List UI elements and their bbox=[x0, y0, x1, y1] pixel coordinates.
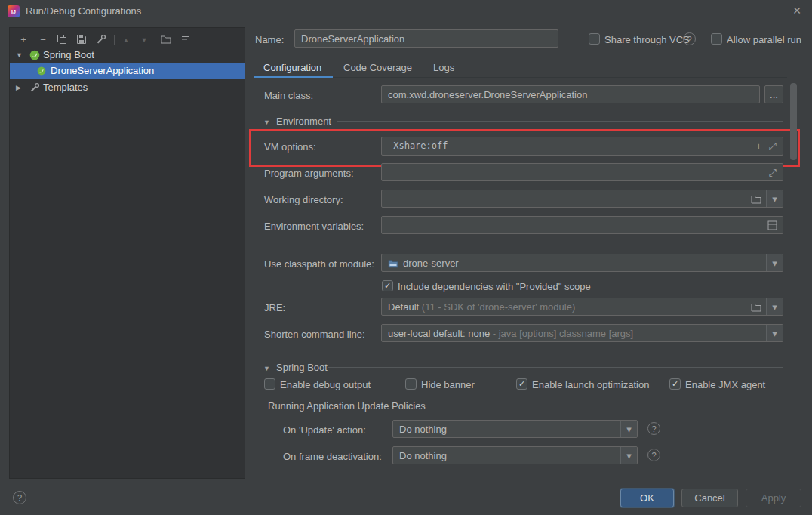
jre-hint: (11 - SDK of 'drone-server' module) bbox=[422, 301, 575, 313]
shorten-command-line-combobox[interactable]: user-local default: none - java [options… bbox=[381, 324, 783, 342]
folder-icon[interactable] bbox=[751, 302, 761, 312]
remove-configuration-button[interactable]: − bbox=[37, 34, 49, 46]
vm-options-label: VM options: bbox=[264, 141, 316, 153]
tree-item-label: DroneServerApplication bbox=[51, 65, 154, 76]
copy-configuration-icon[interactable] bbox=[57, 34, 69, 46]
sort-configurations-icon[interactable] bbox=[180, 34, 192, 46]
vm-options-input[interactable]: -Xshare:off + ⤢ bbox=[381, 137, 783, 156]
run-debug-configurations-dialog: IJ Run/Debug Configurations ✕ + − ▲ ▼ ▼ bbox=[0, 0, 812, 515]
spring-boot-section-label[interactable]: Spring Boot bbox=[276, 362, 328, 373]
tab-configuration[interactable]: Configuration bbox=[263, 62, 321, 73]
tabs-separator-line bbox=[254, 77, 787, 78]
classpath-module-label: Use classpath of module: bbox=[264, 258, 374, 270]
share-through-vcs-label: Share through VCS bbox=[604, 34, 690, 45]
share-through-vcs-checkbox[interactable]: ✓ bbox=[589, 33, 600, 45]
jre-combobox[interactable]: Default (11 - SDK of 'drone-server' modu… bbox=[381, 298, 783, 316]
tree-item-templates[interactable]: ▶ Templates bbox=[10, 80, 245, 95]
chevron-down-icon: ▾ bbox=[772, 258, 777, 269]
name-input[interactable]: DroneServerApplication bbox=[294, 29, 558, 48]
apply-button[interactable]: Apply bbox=[746, 489, 801, 507]
on-frame-deactivation-combobox[interactable]: Do nothing ▾ bbox=[392, 446, 638, 464]
provided-scope-checkbox[interactable]: ✓ bbox=[382, 280, 393, 291]
working-directory-label: Working directory: bbox=[264, 194, 343, 205]
help-glyph: ? bbox=[651, 424, 656, 433]
on-update-help-icon[interactable]: ? bbox=[647, 422, 660, 435]
expand-editor-icon[interactable]: ⤢ bbox=[769, 167, 777, 179]
move-down-icon[interactable]: ▼ bbox=[138, 34, 150, 46]
working-directory-dropdown-arrow[interactable]: ▾ bbox=[766, 190, 783, 207]
spring-boot-icon bbox=[29, 50, 40, 60]
tree-item-label: Spring Boot bbox=[43, 49, 94, 60]
share-vcs-help-icon[interactable]: ? bbox=[683, 32, 696, 45]
tree-item-spring-boot[interactable]: ▼ Spring Boot bbox=[10, 48, 245, 63]
classpath-module-value: drone-server bbox=[403, 258, 459, 269]
main-class-input[interactable]: com.xwd.droneserver.DroneServerApplicati… bbox=[381, 85, 760, 103]
dialog-help-button[interactable]: ? bbox=[13, 491, 26, 504]
hide-banner-checkbox[interactable]: ✓ bbox=[405, 378, 417, 390]
name-value: DroneServerApplication bbox=[301, 33, 404, 45]
working-directory-input[interactable]: ▾ bbox=[381, 190, 783, 208]
spring-boot-section-line bbox=[328, 367, 783, 368]
enable-debug-output-label: Enable debug output bbox=[280, 379, 371, 390]
spring-boot-run-icon bbox=[37, 66, 46, 76]
browse-variables-icon[interactable] bbox=[767, 220, 777, 230]
save-configuration-icon[interactable] bbox=[76, 34, 88, 46]
toolbar-separator bbox=[114, 35, 115, 45]
tree-item-droneserverapplication[interactable]: DroneServerApplication bbox=[10, 63, 245, 79]
chevron-down-icon[interactable]: ▼ bbox=[16, 51, 23, 59]
tree-item-label: Templates bbox=[43, 82, 88, 93]
chevron-down-icon: ▾ bbox=[772, 301, 777, 313]
classpath-module-combobox[interactable]: drone-server ▾ bbox=[381, 254, 783, 272]
on-frame-deactivation-value: Do nothing bbox=[399, 450, 447, 461]
ok-button[interactable]: OK bbox=[620, 489, 674, 507]
provided-scope-label: Include dependencies with "Provided" sco… bbox=[398, 281, 591, 292]
on-frame-deactivation-label: On frame deactivation: bbox=[283, 451, 382, 462]
classpath-dropdown-arrow[interactable]: ▾ bbox=[766, 254, 783, 271]
allow-parallel-run-checkbox[interactable]: ✓ bbox=[711, 33, 722, 45]
on-update-action-combobox[interactable]: Do nothing ▾ bbox=[392, 420, 638, 438]
cancel-button-label: Cancel bbox=[694, 492, 724, 504]
jre-label: JRE: bbox=[264, 302, 285, 313]
on-frame-dropdown-arrow[interactable]: ▾ bbox=[620, 447, 637, 464]
create-folder-icon[interactable] bbox=[161, 34, 173, 46]
vertical-scrollbar-thumb[interactable] bbox=[790, 83, 797, 160]
shorten-command-line-value: user-local default: none - java [options… bbox=[388, 328, 633, 339]
running-application-update-policies-label: Running Application Update Policies bbox=[268, 400, 426, 412]
enable-jmx-agent-checkbox[interactable]: ✓ bbox=[669, 378, 681, 390]
enable-jmx-agent-label: Enable JMX agent bbox=[685, 379, 765, 390]
on-update-action-value: Do nothing bbox=[399, 424, 447, 435]
cancel-button[interactable]: Cancel bbox=[681, 489, 738, 507]
environment-section-label[interactable]: Environment bbox=[276, 116, 331, 127]
enable-launch-optimization-checkbox[interactable]: ✓ bbox=[516, 378, 527, 390]
shorten-dropdown-arrow[interactable]: ▾ bbox=[766, 325, 783, 341]
spring-boot-section-chevron-icon[interactable]: ▼ bbox=[263, 365, 270, 372]
folder-icon[interactable] bbox=[751, 194, 761, 204]
main-class-browse-button[interactable]: ... bbox=[764, 85, 783, 103]
main-class-value: com.xwd.droneserver.DroneServerApplicati… bbox=[388, 89, 587, 100]
on-update-dropdown-arrow[interactable]: ▾ bbox=[620, 421, 637, 437]
tab-logs[interactable]: Logs bbox=[433, 62, 454, 73]
add-vm-option-icon[interactable]: + bbox=[755, 140, 761, 153]
environment-variables-input[interactable] bbox=[381, 216, 783, 234]
tab-code-coverage[interactable]: Code Coverage bbox=[343, 62, 412, 73]
shorten-command-line-label: Shorten command line: bbox=[264, 328, 365, 340]
templates-wrench-icon bbox=[29, 82, 40, 93]
environment-section-chevron-icon[interactable]: ▼ bbox=[263, 119, 270, 126]
enable-launch-optimization-label: Enable launch optimization bbox=[532, 379, 649, 390]
on-frame-help-icon[interactable]: ? bbox=[647, 449, 660, 461]
expand-editor-icon[interactable]: ⤢ bbox=[769, 140, 777, 153]
enable-debug-output-checkbox[interactable]: ✓ bbox=[264, 378, 275, 390]
vm-options-value: -Xshare:off bbox=[388, 140, 448, 151]
main-class-label: Main class: bbox=[264, 90, 313, 101]
move-up-icon[interactable]: ▲ bbox=[120, 34, 132, 46]
ok-button-label: OK bbox=[640, 492, 654, 504]
program-arguments-input[interactable]: ⤢ bbox=[381, 163, 783, 181]
chevron-right-icon[interactable]: ▶ bbox=[16, 84, 21, 91]
edit-templates-wrench-icon[interactable] bbox=[96, 34, 108, 46]
add-configuration-button[interactable]: + bbox=[17, 34, 29, 46]
intellij-logo-icon: IJ bbox=[8, 5, 20, 17]
jre-dropdown-arrow[interactable]: ▾ bbox=[766, 298, 783, 315]
configurations-tree-panel: + − ▲ ▼ ▼ Spring Boot bbox=[9, 27, 245, 479]
allow-parallel-run-label: Allow parallel run bbox=[727, 34, 801, 45]
close-icon[interactable]: ✕ bbox=[792, 5, 801, 17]
